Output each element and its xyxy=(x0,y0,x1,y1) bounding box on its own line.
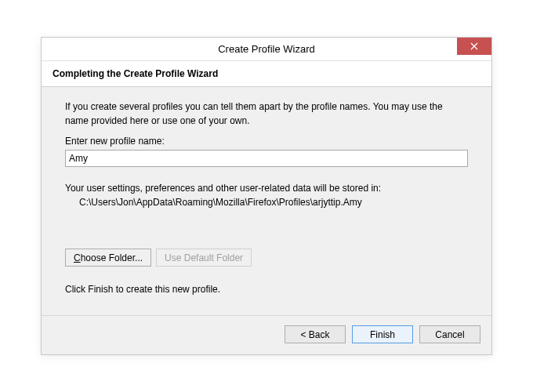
wizard-subheader: Completing the Create Profile Wizard xyxy=(42,61,491,87)
intro-text: If you create several profiles you can t… xyxy=(65,100,468,128)
choose-folder-rest: hoose Folder... xyxy=(81,252,143,263)
finish-button[interactable]: Finish xyxy=(352,325,413,343)
choose-folder-accelerator: C xyxy=(74,252,81,263)
cancel-button[interactable]: Cancel xyxy=(419,325,480,343)
wizard-footer: < Back Finish Cancel xyxy=(42,315,491,354)
wizard-body: If you create several profiles you can t… xyxy=(42,87,491,315)
use-default-folder-button: Use Default Folder xyxy=(156,249,252,267)
close-button[interactable] xyxy=(457,38,491,55)
profile-name-label: Enter new profile name: xyxy=(65,136,468,147)
finish-hint: Click Finish to create this new profile. xyxy=(65,284,468,295)
storage-path: C:\Users\Jon\AppData\Roaming\Mozilla\Fir… xyxy=(65,194,468,208)
wizard-window: Create Profile Wizard Completing the Cre… xyxy=(41,37,492,355)
profile-name-input[interactable] xyxy=(65,150,468,167)
window-title: Create Profile Wizard xyxy=(218,43,315,55)
storage-section: Your user settings, preferences and othe… xyxy=(65,183,468,208)
folder-button-row: Choose Folder... Use Default Folder xyxy=(65,249,468,267)
choose-folder-button[interactable]: Choose Folder... xyxy=(65,249,151,267)
back-button[interactable]: < Back xyxy=(285,325,346,343)
storage-label: Your user settings, preferences and othe… xyxy=(65,183,468,194)
close-icon xyxy=(470,42,478,50)
titlebar: Create Profile Wizard xyxy=(42,38,491,61)
